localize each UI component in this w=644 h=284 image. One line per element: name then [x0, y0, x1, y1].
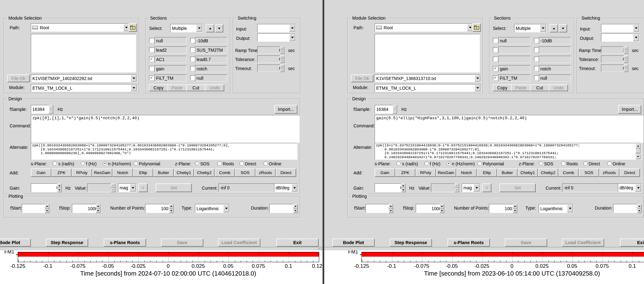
import-button[interactable]: Import...	[618, 105, 641, 114]
zplane-radio-online[interactable]	[607, 161, 612, 166]
section-name-field[interactable]: lead0.7	[195, 56, 227, 63]
add-direct-button[interactable]: Direct	[619, 168, 640, 177]
points-stepper[interactable]	[513, 204, 517, 213]
gain-stepper[interactable]	[401, 183, 405, 192]
timeout-field[interactable]: 0	[601, 64, 627, 72]
section-checkbox[interactable]: ✓	[493, 75, 498, 80]
duration-stepper[interactable]	[637, 204, 642, 213]
path-select[interactable]: Root	[375, 23, 474, 32]
chevron-down-icon[interactable]	[567, 205, 573, 212]
section-checkbox[interactable]	[190, 38, 195, 43]
ramp-field[interactable]: 3	[601, 46, 627, 54]
gain-stepper[interactable]	[57, 183, 62, 192]
section-move-down-button[interactable]	[559, 24, 567, 32]
chevron-down-icon[interactable]	[223, 205, 229, 212]
points-field[interactable]: 1001	[489, 204, 516, 213]
section-name-field[interactable]: null	[498, 37, 530, 44]
section-move-up-button[interactable]	[206, 24, 214, 32]
section-checkbox[interactable]	[149, 66, 154, 71]
cut-button[interactable]: Cut	[530, 84, 549, 91]
exit-button[interactable]: Exit	[620, 239, 644, 247]
fstop-field[interactable]: 1000	[72, 204, 99, 213]
fstart-stepper[interactable]	[389, 204, 393, 213]
section-checkbox[interactable]: ✓	[149, 75, 154, 80]
splane-radio-f[interactable]	[81, 161, 85, 166]
exit-button[interactable]: Exit	[276, 239, 319, 247]
section-name-field[interactable]: null	[195, 74, 227, 82]
filename-select[interactable]: K1VISETMXP_1368313710.txt	[375, 74, 481, 82]
output-select[interactable]	[601, 33, 640, 42]
value-unit-select[interactable]: mag	[118, 183, 136, 192]
section-checkbox[interactable]	[534, 75, 539, 80]
splane-roots-button[interactable]: s-Plane Roots	[104, 239, 146, 247]
command-input[interactable]: gain(0.5)*ellip("HighPass",3,1,100,1)gai…	[375, 115, 644, 143]
copy-button[interactable]: Copy	[149, 84, 168, 91]
section-select[interactable]: Multiple	[170, 24, 203, 32]
section-checkbox[interactable]	[534, 66, 539, 71]
input-select[interactable]	[257, 24, 296, 32]
splane-radio-s[interactable]	[396, 161, 401, 166]
chevron-down-icon[interactable]	[130, 184, 136, 192]
zplane-radio-online[interactable]	[263, 161, 268, 166]
points-stepper[interactable]	[169, 204, 173, 213]
input-select[interactable]	[601, 24, 640, 32]
fsample-field[interactable]: 16384	[31, 105, 51, 114]
section-checkbox[interactable]	[493, 47, 498, 52]
alternate-input[interactable]: zpk([0+i*0.03752151904416939;0-i*0.03752…	[375, 143, 635, 159]
folder-up-button[interactable]	[129, 23, 137, 32]
section-name-field[interactable]	[539, 46, 571, 54]
step-response-button[interactable]: Step Response	[390, 239, 432, 247]
file-listbox[interactable]	[31, 34, 136, 73]
add-comb-button[interactable]: Comb	[215, 168, 235, 177]
section-checkbox[interactable]	[534, 38, 539, 43]
zplane-radio-sos[interactable]	[195, 161, 199, 166]
section-checkbox[interactable]	[190, 75, 195, 80]
add-notch-button[interactable]: Notch	[112, 168, 133, 177]
type-select[interactable]: Logarithmic	[539, 204, 574, 213]
section-checkbox[interactable]	[534, 47, 539, 52]
section-select[interactable]: Multiple	[514, 24, 547, 32]
chevron-down-icon[interactable]	[475, 85, 481, 91]
path-select[interactable]: Root	[31, 23, 130, 32]
fstart-field[interactable]: 1	[366, 204, 392, 213]
current-unit-select[interactable]: dB/deg	[618, 183, 642, 192]
ramp-field[interactable]: 0	[257, 46, 283, 54]
section-checkbox[interactable]: ✓	[493, 66, 498, 71]
duration-stepper[interactable]	[293, 204, 298, 213]
add-ellip-button[interactable]: Ellip	[477, 168, 497, 177]
zplane-radio-roots[interactable]	[561, 161, 566, 166]
section-move-down-button[interactable]	[215, 24, 223, 32]
add-zroots-button[interactable]: zRoots	[255, 168, 276, 177]
copy-button[interactable]: Copy	[493, 84, 512, 91]
section-name-field[interactable]	[498, 46, 530, 54]
chevron-down-icon[interactable]	[540, 25, 546, 32]
chevron-down-icon[interactable]	[475, 75, 481, 82]
section-name-field[interactable]: null	[154, 37, 187, 44]
command-input[interactable]: zpk([0],[1],1,"n")*gain(0.5)*notch(0.2,2…	[31, 115, 300, 143]
section-name-field[interactable]	[539, 56, 571, 63]
module-select[interactable]: ETMX_TM_LOCK_L	[375, 84, 481, 92]
section-checkbox[interactable]	[190, 47, 195, 52]
add-ellip-button[interactable]: Ellip	[133, 168, 154, 177]
splane-roots-button[interactable]: s-Plane Roots	[447, 239, 490, 247]
section-name-field[interactable]: lead2	[154, 46, 187, 54]
alternate-scrollbar[interactable]	[636, 144, 641, 159]
section-name-field[interactable]: null	[539, 74, 571, 82]
tolerance-field[interactable]: 0	[601, 55, 627, 63]
folder-up-button[interactable]	[472, 23, 481, 32]
add-rpoly-button[interactable]: RPoly	[415, 168, 436, 177]
add-zpk-button[interactable]: ZPK	[395, 168, 416, 177]
step-response-button[interactable]: Step Response	[46, 239, 88, 247]
chevron-down-icon[interactable]	[131, 75, 137, 82]
add-notch-button[interactable]: Notch	[456, 168, 477, 177]
zplane-radio-roots[interactable]	[217, 161, 222, 166]
value-field[interactable]: 1	[87, 183, 114, 192]
splane-radio-f[interactable]	[424, 161, 429, 166]
add-zpk-button[interactable]: ZPK	[51, 168, 72, 177]
section-name-field[interactable]: notch	[539, 65, 571, 72]
section-name-field[interactable]: gain	[498, 65, 530, 72]
chevron-down-icon[interactable]	[289, 34, 295, 41]
section-checkbox[interactable]	[190, 57, 195, 61]
fstop-stepper[interactable]	[96, 204, 100, 213]
add-cheby2-button[interactable]: Cheby2	[538, 168, 558, 177]
